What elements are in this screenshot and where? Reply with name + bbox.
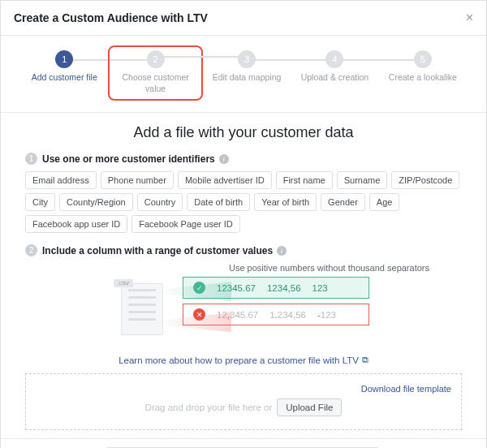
info-icon[interactable]: i [219,154,229,164]
section-identifiers: 1 Use one or more customer identifiers i [25,153,462,165]
section-title: Include a column with a range of custome… [42,245,273,256]
example-area: .CSV ✓ 12345.67 1234,56 123 ✕ 12,345.67 … [25,277,462,348]
bad-value: 1.234,56 [269,310,306,320]
step-number: 1 [55,50,73,68]
step-number: 2 [147,50,165,68]
csv-illustration: .CSV [118,277,183,348]
tag-dob[interactable]: Date of birth [187,193,250,211]
good-value: 1234,56 [267,283,301,293]
close-icon[interactable]: × [466,11,473,25]
stepper: 1 Add customer file 2 Choose customer va… [1,36,486,113]
step-label: Create a lookalike [389,72,457,84]
section-title: Use one or more customer identifiers [42,153,215,165]
tag-email[interactable]: Email address [25,171,97,189]
step-create-lookalike[interactable]: 5 Create a lookalike [379,50,467,101]
tag-mobile-advertiser-id[interactable]: Mobile advertiser ID [178,171,272,189]
section-number-badge: 2 [25,244,37,256]
tag-county[interactable]: County/Region [59,193,133,211]
tag-zip[interactable]: ZIP/Postcode [391,171,459,189]
tag-yob[interactable]: Year of birth [254,193,317,211]
values-hint: Use positive numbers without thousand se… [25,263,462,273]
modal-header: Create a Custom Audience with LTV × [1,1,486,36]
dropzone-text: Drag and drop your file here or [145,403,273,412]
step-label: Edit data mapping [213,72,282,84]
step-add-customer-file[interactable]: 1 Add customer file [20,50,108,101]
identifier-tags: Email address Phone number Mobile advert… [25,171,462,233]
tag-country[interactable]: Country [137,193,183,211]
tag-city[interactable]: City [25,193,55,211]
tag-fb-page-user-id[interactable]: Facebook Page user ID [131,215,240,233]
step-number: 4 [325,50,343,68]
step-label: Choose customer value [119,72,192,94]
tag-age[interactable]: Age [369,193,400,211]
step-choose-customer-value[interactable]: 2 Choose customer value [108,45,202,101]
tag-first-name[interactable]: First name [276,171,333,189]
footer: Audience name 50 Show description [1,438,486,448]
tag-fb-app-user-id[interactable]: Facebook app user ID [25,215,127,233]
tag-surname[interactable]: Surname [337,171,388,189]
tag-gender[interactable]: Gender [321,193,365,211]
info-icon[interactable]: i [277,246,287,256]
modal-title: Create a Custom Audience with LTV [14,11,208,24]
download-template-link[interactable]: Download file template [36,384,451,394]
section-number-badge: 1 [25,153,37,165]
tag-phone[interactable]: Phone number [101,171,174,189]
csv-tab: .CSV [114,279,133,287]
good-value: 123 [312,283,328,293]
page-heading: Add a file with your customer data [25,124,462,141]
external-link-icon: ⧉ [362,355,368,365]
learn-more-link[interactable]: Learn more about how to prepare a custom… [25,355,462,365]
step-number: 3 [238,50,256,68]
step-label: Upload & creation [301,72,368,84]
file-dropzone[interactable]: Download file template Drag and drop you… [25,373,462,430]
step-upload-creation[interactable]: 4 Upload & creation [291,50,378,101]
step-edit-data-mapping[interactable]: 3 Edit data mapping [203,50,291,101]
section-values: 2 Include a column with a range of custo… [25,244,462,256]
step-label: Add customer file [32,72,97,84]
step-number: 5 [414,50,432,68]
bad-value: -123 [317,310,336,320]
upload-file-button[interactable]: Upload File [277,398,342,416]
